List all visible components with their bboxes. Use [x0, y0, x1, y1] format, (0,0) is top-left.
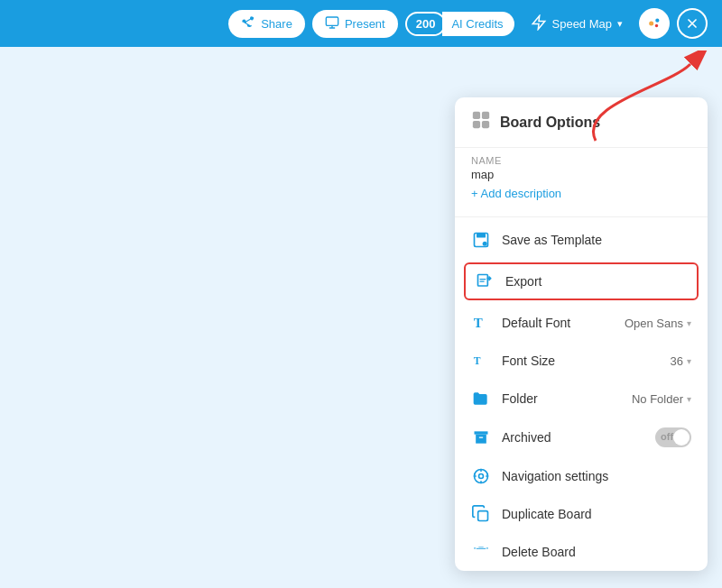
font-size-item[interactable]: T Font Size 36 ▾ — [455, 342, 708, 380]
font-size-value: 36 ▾ — [671, 354, 691, 368]
board-options-panel: Board Options Name map + Add description… — [455, 97, 708, 571]
default-font-value: Open Sans ▾ — [625, 317, 691, 330]
archive-icon — [471, 428, 491, 446]
svg-rect-6 — [482, 112, 489, 119]
svg-point-16 — [479, 474, 484, 479]
folder-chevron: ▾ — [687, 394, 691, 404]
navigation-settings-label: Navigation settings — [502, 469, 691, 483]
share-icon — [241, 15, 255, 32]
board-options-icon — [471, 110, 491, 134]
folder-item[interactable]: Folder No Folder ▾ — [455, 380, 708, 418]
share-label: Share — [261, 17, 292, 31]
panel-title: Board Options — [500, 115, 600, 131]
duplicate-board-label: Duplicate Board — [502, 507, 691, 521]
svg-point-11 — [483, 242, 487, 246]
svg-rect-7 — [473, 121, 480, 128]
speedmap-icon — [531, 14, 547, 33]
main-content: Board Options Name map + Add description… — [0, 47, 722, 588]
font-size-chevron: ▾ — [687, 356, 691, 366]
panel-header: Board Options — [455, 97, 708, 148]
svg-text:T: T — [474, 355, 481, 367]
svg-point-1 — [649, 22, 653, 26]
folder-icon — [471, 390, 491, 408]
delete-board-label: Delete Board — [502, 545, 691, 559]
save-template-icon — [471, 231, 491, 249]
speedmap-dropdown-icon: ▾ — [617, 18, 623, 30]
name-value[interactable]: map — [471, 168, 691, 181]
archived-item[interactable]: Archived off — [455, 418, 708, 457]
svg-point-3 — [655, 24, 658, 27]
svg-text:T: T — [474, 316, 483, 330]
ai-credits-count: 200 — [405, 12, 447, 36]
folder-value: No Folder ▾ — [632, 392, 691, 406]
svg-rect-18 — [476, 547, 486, 559]
toggle-knob — [673, 429, 690, 446]
ai-credits-label: AI Credits — [442, 12, 514, 36]
share-button[interactable]: Share — [228, 10, 305, 38]
present-button[interactable]: Present — [312, 10, 398, 38]
user-avatar-button[interactable] — [639, 8, 670, 39]
svg-rect-8 — [482, 121, 489, 128]
font-size-icon: T — [471, 352, 491, 370]
svg-rect-12 — [478, 275, 488, 287]
add-description-button[interactable]: + Add description — [471, 183, 691, 209]
toggle-off-label: off — [661, 431, 673, 442]
export-icon — [475, 272, 495, 290]
svg-rect-10 — [477, 234, 486, 238]
default-font-item[interactable]: T Default Font Open Sans ▾ — [455, 304, 708, 342]
ai-credits-button[interactable]: 200 AI Credits — [405, 12, 514, 36]
speedmap-button[interactable]: Speed Map ▾ — [522, 9, 633, 39]
delete-board-item[interactable]: Delete Board — [455, 533, 708, 571]
default-font-icon: T — [471, 314, 491, 332]
save-template-label: Save as Template — [502, 233, 691, 247]
delete-icon — [471, 543, 491, 561]
font-size-label: Font Size — [502, 354, 660, 368]
default-font-label: Default Font — [502, 316, 614, 330]
present-icon — [325, 15, 339, 32]
speedmap-label: Speed Map — [552, 17, 613, 31]
folder-label: Folder — [502, 391, 621, 406]
topbar: Share Present 200 AI Credits Speed Map ▾ — [0, 0, 722, 47]
svg-rect-17 — [478, 511, 488, 521]
name-label: Name — [471, 155, 691, 166]
export-item[interactable]: Export — [464, 262, 699, 300]
default-font-chevron: ▾ — [687, 318, 691, 328]
export-label: Export — [505, 274, 688, 289]
archived-toggle[interactable]: off — [655, 427, 691, 447]
duplicate-icon — [471, 505, 491, 523]
duplicate-board-item[interactable]: Duplicate Board — [455, 495, 708, 533]
divider-1 — [455, 216, 708, 217]
svg-point-2 — [655, 19, 659, 23]
navigation-icon — [471, 467, 491, 485]
archived-label: Archived — [502, 430, 644, 445]
navigation-settings-item[interactable]: Navigation settings — [455, 457, 708, 495]
name-section: Name map + Add description — [455, 148, 708, 213]
svg-rect-0 — [326, 17, 338, 25]
close-button[interactable] — [677, 8, 708, 39]
present-label: Present — [345, 17, 385, 31]
svg-rect-5 — [473, 112, 480, 119]
save-template-item[interactable]: Save as Template — [455, 221, 708, 259]
